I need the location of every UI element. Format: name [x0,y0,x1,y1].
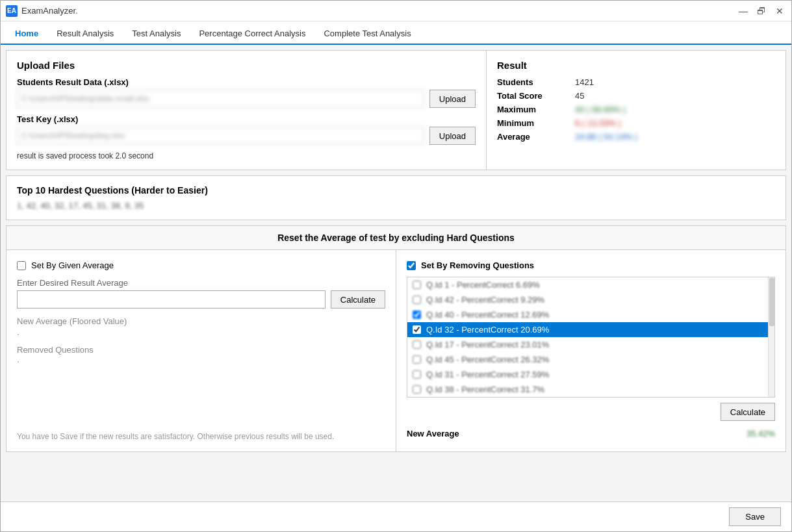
note-text: You have to Save if the new results are … [17,432,385,441]
question-item-q32[interactable]: Q.Id 32 - PercentCorrect 20.69% [407,322,768,337]
hardest-title: Top 10 Hardest Questions (Harder to Easi… [17,185,775,196]
reset-header: Reset the Average of test by excluding H… [6,226,786,250]
q31-label: Q.Id 31 - PercentCorrect 27.59% [426,370,549,379]
result-key-totalscore: Total Score [497,91,568,101]
app-title: ExamAnalyzer. [21,6,78,16]
right-bottom: Calculate [407,403,775,421]
q31-checkbox[interactable] [413,370,421,379]
new-avg-value: 35.42% [747,429,775,438]
menu-bar: Home Result Analysis Test Analysis Perce… [1,21,791,45]
questions-list-container: Q.Id 1 - PercentCorrect 6.69% Q.Id 42 - … [407,277,775,398]
maximize-button[interactable]: 🗗 [755,5,768,18]
question-item-q17: Q.Id 17 - PercentCorrect 23.01% [407,337,768,352]
q45-label: Q.Id 45 - PercentCorrect 26.32% [426,355,549,364]
q42-checkbox[interactable] [413,296,421,304]
app-window: EA ExamAnalyzer. — 🗗 ✕ Home Result Analy… [0,0,792,532]
desired-avg-input[interactable] [17,290,326,309]
set-by-average-label: Set By Given Average [31,260,114,270]
question-item-q31: Q.Id 31 - PercentCorrect 27.59% [407,367,768,382]
result-key-students: Students [497,77,568,87]
question-item-q40: Q.Id 40 - PercentCorrect 12.69% [407,307,768,322]
result-val-students: 1421 [575,77,594,87]
calculate-button-right[interactable]: Calculate [721,403,775,421]
q32-checkbox[interactable] [413,325,421,334]
close-button[interactable]: ✕ [773,5,786,18]
upload-title: Upload Files [17,60,476,71]
calculate-button-left[interactable]: Calculate [331,290,385,309]
minimize-button[interactable]: — [737,5,750,18]
result-val-maximum: 40 ( 88.89% ) [575,105,626,114]
q32-label: Q.Id 32 - PercentCorrect 20.69% [426,325,549,335]
students-upload-row: C:\Users\HP\Desktop\data-small.xlsx Uplo… [17,90,476,108]
new-avg-section: New Average (Floored Value) . [17,316,385,337]
set-by-average-checkbox[interactable] [17,261,26,270]
result-row-totalscore: Total Score 45 [497,91,775,101]
desired-avg-section: Enter Desired Result Average Calculate [17,278,385,309]
question-item-q38: Q.Id 38 - PercentCorrect 31.7% [407,382,768,397]
reset-right-panel: Set By Removing Questions Q.Id 1 - Perce… [396,250,786,451]
q1-checkbox[interactable] [413,281,421,289]
result-row-maximum: Maximum 40 ( 88.89% ) [497,105,775,114]
top-section: Upload Files Students Result Data (.xlsx… [6,50,786,170]
question-item-q45: Q.Id 45 - PercentCorrect 26.32% [407,352,768,367]
desired-label: Enter Desired Result Average [17,278,385,288]
new-avg-text: New Average [407,429,459,438]
questions-inner: Q.Id 1 - PercentCorrect 6.69% Q.Id 42 - … [407,277,768,397]
q1-label: Q.Id 1 - PercentCorrect 6.69% [426,280,540,290]
new-avg-val: . [17,327,385,337]
tab-percentage-correct-analysis[interactable]: Percentage Correct Analysis [190,23,314,45]
result-table: Students 1421 Total Score 45 Maximum 40 … [497,77,775,142]
result-key-maximum: Maximum [497,105,568,114]
tab-result-analysis[interactable]: Result Analysis [47,23,123,45]
result-key-average: Average [497,132,568,142]
upload-panel: Upload Files Students Result Data (.xlsx… [6,51,487,170]
hardest-section: Top 10 Hardest Questions (Harder to Easi… [6,175,786,220]
q17-checkbox[interactable] [413,340,421,349]
reset-body: Set By Given Average Enter Desired Resul… [6,250,786,451]
q38-checkbox[interactable] [413,385,421,394]
q17-label: Q.Id 17 - PercentCorrect 23.01% [426,340,549,349]
q40-checkbox[interactable] [413,310,421,319]
bottom-bar: Save [1,501,791,531]
hardest-list: 1, 42, 40, 32, 17, 45, 31, 38, 9, 35 [17,201,775,210]
q40-label: Q.Id 40 - PercentCorrect 12.69% [426,310,549,320]
q42-label: Q.Id 42 - PercentCorrect 9.29% [426,295,544,305]
scrollbar-track[interactable] [768,277,774,397]
result-row-average: Average 24.88 ( 54.14% ) [497,132,775,142]
students-file-path: C:\Users\HP\Desktop\data-small.xlsx [17,90,424,108]
removed-val: . [17,355,385,364]
tab-complete-test-analysis[interactable]: Complete Test Analysis [314,23,420,45]
set-by-removing-checkbox[interactable] [407,261,416,270]
result-key-minimum: Minimum [497,118,568,128]
removed-label: Removed Questions [17,345,385,355]
tab-test-analysis[interactable]: Test Analysis [123,23,190,45]
result-val-totalscore: 45 [575,91,584,101]
title-bar: EA ExamAnalyzer. — 🗗 ✕ [1,1,791,21]
new-avg-label: New Average (Floored Value) [17,316,385,326]
result-val-average: 24.88 ( 54.14% ) [575,132,637,142]
question-item-q42: Q.Id 42 - PercentCorrect 9.29% [407,292,768,307]
upload-status: result is saved process took 2.0 second [17,151,476,160]
reset-left-panel: Set By Given Average Enter Desired Resul… [6,250,396,451]
set-by-average-row: Set By Given Average [17,260,385,270]
testkey-file-path: C:\Users\HP\Desktop\key.xlsx [17,127,424,145]
reset-section: Reset the Average of test by excluding H… [6,225,786,452]
app-icon: EA [6,5,18,17]
q45-checkbox[interactable] [413,355,421,364]
removed-questions-section: Removed Questions . [17,345,385,364]
testkey-upload-button[interactable]: Upload [429,127,476,145]
result-row-minimum: Minimum 6 ( 13.33% ) [497,118,775,128]
title-bar-controls: — 🗗 ✕ [737,5,786,18]
tab-home[interactable]: Home [6,23,47,45]
set-by-removing-label: Set By Removing Questions [421,260,534,270]
result-title: Result [497,60,775,71]
testkey-label: Test Key (.xlsx) [17,114,476,124]
question-item-q1: Q.Id 1 - PercentCorrect 6.69% [407,277,768,292]
q38-label: Q.Id 38 - PercentCorrect 31.7% [426,385,544,394]
scrollbar-thumb [769,278,774,326]
new-avg-row: New Average 35.42% [407,426,775,441]
title-bar-left: EA ExamAnalyzer. [6,5,78,17]
save-button[interactable]: Save [729,507,781,526]
result-row-students: Students 1421 [497,77,775,87]
students-upload-button[interactable]: Upload [429,90,476,108]
